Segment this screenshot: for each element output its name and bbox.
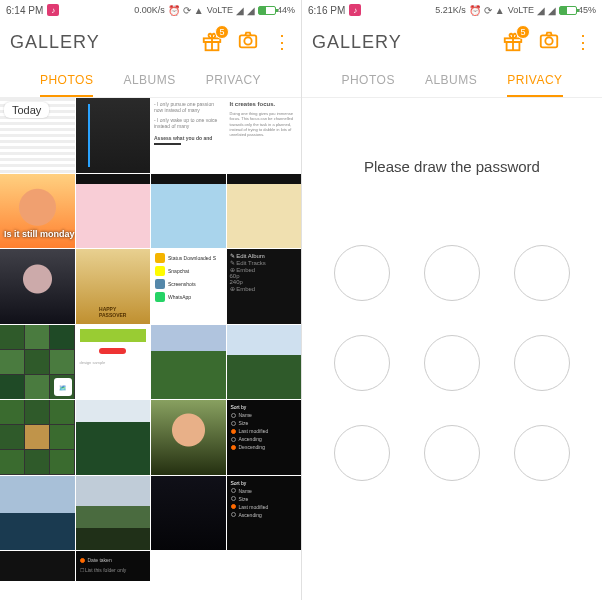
thumb[interactable] — [151, 325, 226, 400]
thumb[interactable] — [0, 249, 75, 324]
thumb[interactable]: It creates focus.Doing one thing gives y… — [227, 98, 302, 173]
thumb[interactable] — [227, 551, 302, 581]
signal-icon-2: ◢ — [247, 5, 255, 16]
pattern-dot[interactable] — [424, 425, 480, 481]
tab-albums[interactable]: ALBUMS — [123, 64, 175, 97]
svg-point-9 — [545, 37, 552, 44]
thumb[interactable] — [151, 551, 226, 581]
thumb[interactable]: Sort by Name Size Last modified Ascendin… — [227, 400, 302, 475]
signal-icon: ◢ — [236, 5, 244, 16]
pattern-dot[interactable] — [514, 425, 570, 481]
photo-grid[interactable]: - I only pursue one passion now instead … — [0, 98, 301, 581]
status-bar: 6:14 PM ♪ 0.00K/s ⏰ ⟳ ▲ VoLTE ◢ ◢ 44% — [0, 0, 301, 20]
thumb[interactable]: - I only pursue one passion now instead … — [151, 98, 226, 173]
app-bar: GALLERY 5 ⋮ — [302, 20, 602, 64]
overflow-icon[interactable]: ⋮ — [574, 33, 592, 51]
gift-icon[interactable]: 5 — [201, 31, 223, 53]
phone-left: 6:14 PM ♪ 0.00K/s ⏰ ⟳ ▲ VoLTE ◢ ◢ 44% GA… — [0, 0, 301, 600]
pattern-dot[interactable] — [334, 425, 390, 481]
status-time: 6:16 PM — [308, 5, 345, 16]
net-speed: 5.21K/s — [435, 5, 466, 15]
battery-indicator: 44% — [258, 5, 295, 15]
volte-label: VoLTE — [207, 5, 233, 15]
privacy-content: Please draw the password — [302, 98, 602, 600]
tab-privacy[interactable]: PRIVACY — [507, 64, 562, 97]
thumb[interactable] — [0, 551, 75, 581]
thumb[interactable] — [0, 476, 75, 551]
pattern-dot[interactable] — [514, 335, 570, 391]
sync-icon: ⟳ — [484, 5, 492, 16]
sync-icon: ⟳ — [183, 5, 191, 16]
phone-right: 6:16 PM ♪ 5.21K/s ⏰ ⟳ ▲ VoLTE ◢ ◢ 45% GA… — [301, 0, 602, 600]
thumb[interactable] — [76, 174, 151, 249]
app-bar: GALLERY 5 ⋮ — [0, 20, 301, 64]
date-overlay: Today — [4, 102, 49, 118]
pattern-dot[interactable] — [334, 335, 390, 391]
app-title: GALLERY — [312, 32, 402, 53]
thumb[interactable] — [151, 476, 226, 551]
thumb[interactable] — [151, 400, 226, 475]
wifi-icon: ▲ — [194, 5, 204, 16]
tabs: PHOTOS ALBUMS PRIVACY — [302, 64, 602, 98]
thumb[interactable]: ✎ Edit Album✎ Edit Tracks⊕ Embed60p240p⊕… — [227, 249, 302, 324]
thumb[interactable] — [0, 400, 75, 475]
overflow-icon[interactable]: ⋮ — [273, 33, 291, 51]
thumb[interactable] — [151, 174, 226, 249]
tab-albums[interactable]: ALBUMS — [425, 64, 477, 97]
battery-indicator: 45% — [559, 5, 596, 15]
thumb[interactable]: design sample — [76, 325, 151, 400]
alarm-icon: ⏰ — [168, 5, 180, 16]
thumb[interactable] — [76, 400, 151, 475]
thumb[interactable]: Is it still monday — [0, 174, 75, 249]
thumb[interactable] — [76, 476, 151, 551]
gift-icon[interactable]: 5 — [502, 31, 524, 53]
thumb[interactable]: 🗺️ — [0, 325, 75, 400]
thumb[interactable]: Status Downloaded S Snapchat Screenshots… — [151, 249, 226, 324]
music-app-icon: ♪ — [349, 4, 361, 16]
tab-photos[interactable]: PHOTOS — [40, 64, 93, 97]
tab-photos[interactable]: PHOTOS — [341, 64, 394, 97]
status-bar: 6:16 PM ♪ 5.21K/s ⏰ ⟳ ▲ VoLTE ◢ ◢ 45% — [302, 0, 602, 20]
alarm-icon: ⏰ — [469, 5, 481, 16]
thumb[interactable]: HAPPYPASSOVER — [76, 249, 151, 324]
pattern-lock[interactable] — [334, 245, 570, 481]
pattern-dot[interactable] — [334, 245, 390, 301]
signal-icon-2: ◢ — [548, 5, 556, 16]
pattern-dot[interactable] — [424, 245, 480, 301]
music-app-icon: ♪ — [47, 4, 59, 16]
thumb[interactable] — [227, 325, 302, 400]
app-title: GALLERY — [10, 32, 100, 53]
privacy-message: Please draw the password — [364, 158, 540, 175]
wifi-icon: ▲ — [495, 5, 505, 16]
thumb[interactable] — [227, 174, 302, 249]
thumb[interactable]: Sort by Name Size Last modified Ascendin… — [227, 476, 302, 551]
volte-label: VoLTE — [508, 5, 534, 15]
photos-content: Today - I only pursue one passion now in… — [0, 98, 301, 600]
gift-badge: 5 — [215, 25, 229, 39]
pattern-dot[interactable] — [514, 245, 570, 301]
thumb[interactable]: Date taken ☐ List this folder only — [76, 551, 151, 581]
thumb[interactable] — [76, 98, 151, 173]
pattern-dot[interactable] — [424, 335, 480, 391]
svg-point-4 — [244, 37, 251, 44]
signal-icon: ◢ — [537, 5, 545, 16]
tabs: PHOTOS ALBUMS PRIVACY — [0, 64, 301, 98]
tab-privacy[interactable]: PRIVACY — [206, 64, 261, 97]
net-speed: 0.00K/s — [134, 5, 165, 15]
camera-icon[interactable] — [237, 29, 259, 55]
gift-badge: 5 — [516, 25, 530, 39]
status-time: 6:14 PM — [6, 5, 43, 16]
camera-icon[interactable] — [538, 29, 560, 55]
